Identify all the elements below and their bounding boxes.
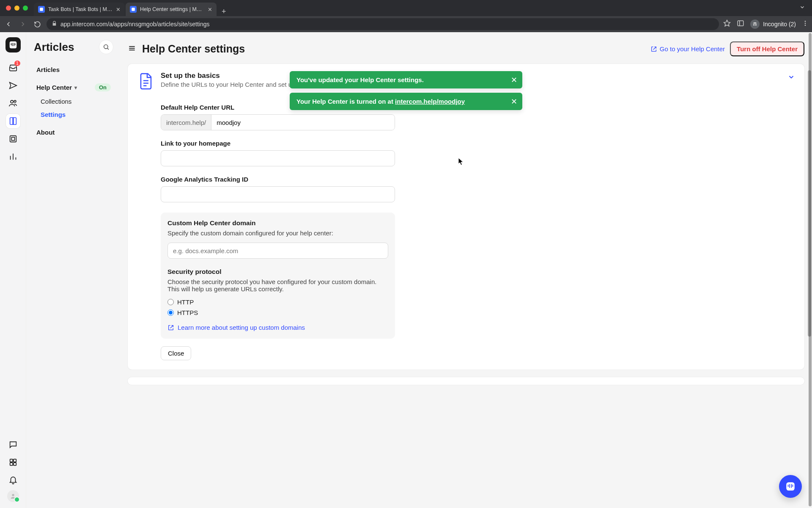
url-prefix: intercom.help/ [161,115,211,130]
rail-user-avatar[interactable] [7,490,19,502]
sidebar-item-settings[interactable]: Settings [34,108,113,121]
learn-more-label: Learn more about setting up custom domai… [178,324,305,331]
security-protocol-desc: Choose the security protocol you have co… [167,278,388,293]
tab-close-icon[interactable]: ✕ [116,7,121,12]
svg-rect-10 [9,41,16,49]
page-header: Help Center settings Go to your Help Cen… [128,37,804,64]
window-scroll-thumb[interactable] [809,33,812,506]
svg-point-9 [805,25,806,26]
svg-line-21 [107,48,109,50]
window-controls [3,6,30,11]
tab-title: Task Bots | Task Bots | Mood… [48,6,112,12]
rail-messages[interactable] [5,437,21,452]
sidebar-item-help-center[interactable]: Help Center ▾ On [34,80,113,95]
custom-domain-desc: Specify the custom domain configured for… [167,229,388,237]
rail-apps[interactable] [5,455,21,470]
radio-https-input[interactable] [167,309,174,316]
rail-articles[interactable] [5,113,21,129]
learn-more-link[interactable]: Learn more about setting up custom domai… [167,324,388,331]
tabstrip-chevron-icon[interactable] [799,4,809,12]
window-scrollbar[interactable] [809,33,812,506]
nav-back-button[interactable] [3,19,14,29]
browser-tab-1[interactable]: Task Bots | Task Bots | Mood… ✕ [34,3,125,16]
kebab-menu-icon[interactable] [802,20,809,28]
toast-turned-on: Your Help Center is turned on at interco… [290,93,522,110]
intercom-logo-icon[interactable] [5,37,21,52]
url-input[interactable]: app.intercom.com/a/apps/nnsgmgob/article… [47,18,719,30]
search-icon [103,44,110,50]
svg-rect-0 [40,8,43,11]
hamburger-icon[interactable] [128,44,136,54]
homepage-input[interactable] [161,150,395,166]
window-minimize-icon[interactable] [14,6,19,11]
ga-input[interactable] [161,186,395,202]
ga-label: Google Analytics Tracking ID [161,176,395,183]
svg-rect-14 [11,137,14,140]
sidebar-title: Articles [34,41,74,54]
document-icon [137,72,155,91]
sidebar-item-articles[interactable]: Articles [34,63,113,77]
sidebar-item-label: Articles [36,66,60,73]
radio-http-input[interactable] [167,299,174,305]
rail-contacts[interactable] [5,96,21,111]
intercom-favicon-icon [38,6,45,13]
tab-title: Help Center settings | Moodjo… [140,6,204,12]
search-button[interactable] [99,40,113,54]
rail-inbox[interactable]: 1 [5,60,21,75]
browser-tabstrip: Task Bots | Task Bots | Mood… ✕ Help Cen… [0,0,812,16]
browser-address-bar: app.intercom.com/a/apps/nnsgmgob/article… [0,16,812,32]
window-zoom-icon[interactable] [23,6,28,11]
rail-operator[interactable] [5,131,21,146]
sidebar-item-label: Help Center [36,84,72,91]
toast-close-icon[interactable]: ✕ [511,75,517,85]
intercom-favicon-icon [130,6,137,13]
svg-rect-17 [10,463,12,465]
go-to-help-center-link[interactable]: Go to your Help Center [650,45,725,52]
svg-point-12 [14,100,16,102]
nav-reload-button[interactable] [32,19,42,29]
turn-off-help-center-button[interactable]: Turn off Help Center [730,41,804,56]
svg-point-5 [753,24,755,26]
messenger-launcher[interactable] [779,475,802,498]
sidebar-item-collections[interactable]: Collections [34,95,113,108]
tab-close-icon[interactable]: ✕ [208,7,212,12]
nav-rail: 1 [0,32,26,508]
rail-reports[interactable] [5,149,21,164]
toast-text: Your Help Center is turned on at interco… [296,98,465,105]
new-tab-button[interactable]: + [217,7,230,16]
nav-forward-button[interactable] [18,19,28,29]
custom-domain-input[interactable] [167,243,388,259]
radio-https[interactable]: HTTPS [167,309,388,316]
incognito-indicator[interactable]: Incognito (2) [750,19,796,29]
radio-http[interactable]: HTTP [167,298,388,306]
window-close-icon[interactable] [6,6,11,11]
bookmark-star-icon[interactable] [723,19,731,29]
browser-tab-2[interactable]: Help Center settings | Moodjo… ✕ [126,3,217,16]
sidebar-item-about[interactable]: About [34,125,113,139]
mouse-cursor-icon [458,157,464,166]
chevron-down-icon: ▾ [74,85,77,91]
svg-rect-15 [10,459,12,462]
lock-icon [52,21,57,28]
toast-close-icon[interactable]: ✕ [511,97,517,106]
svg-rect-1 [132,8,135,11]
close-button[interactable]: Close [161,346,191,360]
next-section-card[interactable] [128,377,804,385]
help-center-status-badge: On [95,83,111,91]
toast-link[interactable]: intercom.help/moodjoy [395,98,465,105]
svg-point-20 [104,45,108,49]
panel-icon[interactable] [737,19,744,29]
svg-rect-28 [786,482,795,491]
svg-marker-2 [724,20,730,26]
svg-point-8 [805,23,806,24]
custom-domain-card: Custom Help Center domain Specify the cu… [161,213,395,339]
rail-notifications[interactable] [5,472,21,488]
collapse-chevron-icon[interactable] [787,73,795,83]
incognito-label: Incognito (2) [763,21,796,28]
svg-rect-18 [13,463,16,465]
rail-outbound[interactable] [5,78,21,93]
link-label: Go to your Help Center [660,45,725,52]
external-link-icon [650,46,657,52]
incognito-icon [750,19,760,29]
default-url-input[interactable] [211,115,395,130]
